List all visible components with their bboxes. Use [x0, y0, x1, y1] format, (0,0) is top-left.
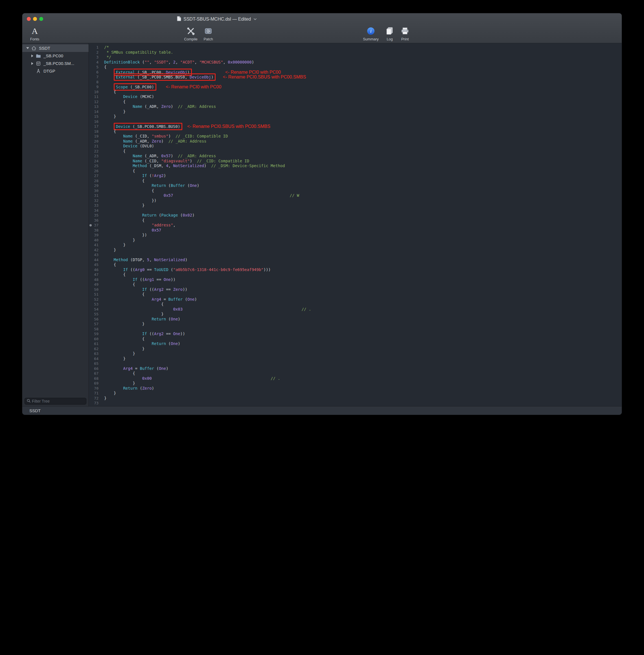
code-line[interactable]: Arg4 = Buffer (One)	[104, 297, 622, 302]
document-proxy-icon[interactable]	[177, 16, 181, 22]
code-line[interactable]: }	[104, 109, 622, 114]
code-line[interactable]: Name (_CID, "diagsvault") // _CID: Compa…	[104, 159, 622, 164]
code-line[interactable]: /*	[104, 45, 622, 50]
line-number: 68	[89, 376, 98, 381]
code-line[interactable]: Device (DVL0)	[104, 144, 622, 149]
code-line[interactable]: {	[104, 302, 622, 307]
close-button[interactable]	[27, 17, 31, 21]
code-token: (_SB_.PC00.SMBS.BUS0,	[137, 75, 190, 79]
code-line[interactable]: }	[104, 351, 622, 356]
code-line[interactable]	[104, 208, 622, 213]
code-line[interactable]: External (_SB_.PC00.SMBS.BUS0, DeviceObj…	[104, 74, 622, 80]
code-line[interactable]: }	[104, 238, 622, 243]
code-line[interactable]: * SMBus compatibility table.	[104, 50, 622, 55]
code-token: Arg2	[154, 173, 164, 178]
code-line[interactable]: }	[104, 391, 622, 396]
disclosure-right-icon[interactable]	[30, 54, 34, 58]
code-line[interactable]: {	[104, 282, 622, 287]
compile-button[interactable]: Compile	[182, 26, 200, 43]
code-line[interactable]: })	[104, 198, 622, 203]
code-token: Method	[133, 163, 149, 168]
code-token: If	[133, 277, 140, 282]
code-line[interactable]: }	[104, 321, 622, 326]
code-line[interactable]: {	[104, 90, 622, 95]
code-line[interactable]: {	[104, 337, 622, 342]
code-line[interactable]: Scope (_SB.PC00) <- Rename PCI0 with PC0…	[104, 85, 622, 90]
code-editor[interactable]: 1234567891011121314151617181920212223242…	[89, 43, 622, 406]
code-line[interactable]: Method (_DSM, 4, NotSerialized) // _DSM:…	[104, 163, 622, 168]
code-line[interactable]: Return (Zero)	[104, 386, 622, 391]
code-line[interactable]: Return (One)	[104, 341, 622, 346]
code-line[interactable]: {	[104, 149, 622, 154]
code-line[interactable]: Name (_ADR, Zero) // _ADR: Address	[104, 139, 622, 144]
code-line[interactable]	[104, 401, 622, 406]
code-line[interactable]: {	[104, 262, 622, 267]
code-line[interactable]: })	[104, 233, 622, 238]
code-line[interactable]: Arg4 = Buffer (One)	[104, 366, 622, 371]
code-line[interactable]: }	[104, 243, 622, 248]
code-line[interactable]: Return (Buffer (One)	[104, 183, 622, 188]
code-line[interactable]: }	[104, 248, 622, 253]
filter-tree-input[interactable]	[32, 399, 84, 403]
sidebar-item-ssdt[interactable]: SSDT	[22, 44, 89, 52]
code-line[interactable]: Device (_SB.PC00.SMBS.BUS0) <- Rename PC…	[104, 124, 622, 129]
code-line[interactable]: If ((Arg2 == Zero))	[104, 287, 622, 292]
code-line[interactable]: {	[104, 292, 622, 297]
code-line[interactable]: If (!Arg2)	[104, 173, 622, 178]
code-line[interactable]: If ((Arg2 == One))	[104, 332, 622, 337]
summary-button[interactable]: i Summary	[360, 26, 381, 43]
code-line[interactable]: If ((Arg1 == One))	[104, 277, 622, 282]
code-line[interactable]: Return (One)	[104, 317, 622, 322]
code-line[interactable]: }	[104, 396, 622, 401]
print-icon	[398, 26, 412, 37]
code-token: }	[104, 248, 116, 252]
code-line[interactable]: }	[104, 381, 622, 386]
code-line[interactable]: Return (Package (0x02)	[104, 213, 622, 218]
code-line[interactable]: }	[104, 114, 622, 119]
minimize-button[interactable]	[33, 17, 37, 21]
zoom-button[interactable]	[39, 17, 43, 21]
log-button[interactable]: Log	[383, 26, 396, 43]
sidebar-item-sb-pc00[interactable]: _SB.PC00	[22, 52, 89, 60]
code-line[interactable]	[104, 361, 622, 366]
code-line[interactable]	[104, 326, 622, 332]
code-line[interactable]: 0x00 // .	[104, 376, 622, 381]
code-line[interactable]: 0x03 // .	[104, 307, 622, 312]
code-line[interactable]: Method (DTGP, 5, NotSerialized)	[104, 257, 622, 263]
line-number: 28	[89, 178, 98, 183]
print-button[interactable]: Print	[398, 26, 412, 43]
fonts-button[interactable]: A Fonts	[27, 26, 43, 43]
code-line[interactable]: */	[104, 55, 622, 60]
filter-tree-field[interactable]	[25, 398, 86, 405]
code-line[interactable]: "address",	[104, 223, 622, 228]
sidebar: SSDT _SB.PC00	[22, 43, 89, 406]
code-line[interactable]	[104, 252, 622, 257]
code-line[interactable]: DefinitionBlock ("", "SSDT", 2, "ACDT", …	[104, 60, 622, 65]
disclosure-right-icon[interactable]	[30, 62, 34, 66]
code-lines[interactable]: /* * SMBus compatibility table. */Defini…	[101, 43, 622, 406]
code-line[interactable]: 0x57	[104, 228, 622, 233]
code-line[interactable]: 0x57 // W	[104, 193, 622, 198]
code-line[interactable]: }	[104, 346, 622, 352]
code-line[interactable]: Name (_ADR, Zero) // _ADR: Address	[104, 104, 622, 109]
patch-button[interactable]: Patch	[200, 26, 216, 43]
code-line[interactable]: {	[104, 272, 622, 277]
sidebar-item-dtgp[interactable]: DTGP	[22, 67, 89, 75]
code-line[interactable]: {	[104, 371, 622, 376]
code-line[interactable]: If ((Arg0 == ToUUID ("a0b5b7c6-1318-441c…	[104, 267, 622, 272]
code-line[interactable]: {	[104, 178, 622, 183]
code-line[interactable]: Name (_ADR, 0x57) // _ADR: Address	[104, 154, 622, 159]
code-line[interactable]: }	[104, 356, 622, 361]
code-line[interactable]: Name (_CID, "smbus") // _CID: Compatible…	[104, 134, 622, 139]
title-chevron-icon[interactable]	[253, 18, 257, 20]
code-line[interactable]: }	[104, 312, 622, 317]
code-token: ))	[183, 287, 187, 292]
code-line[interactable]: }	[104, 203, 622, 208]
disclosure-down-icon[interactable]	[26, 46, 30, 50]
code-line[interactable]: {	[104, 99, 622, 105]
code-line[interactable]: {	[104, 168, 622, 174]
code-line[interactable]: Device (MCHC)	[104, 94, 622, 99]
code-line[interactable]: {	[104, 218, 622, 223]
sidebar-item-sb-pc00-smbs[interactable]: _SB.PC00.SM...	[22, 60, 89, 67]
code-line[interactable]: {	[104, 188, 622, 194]
